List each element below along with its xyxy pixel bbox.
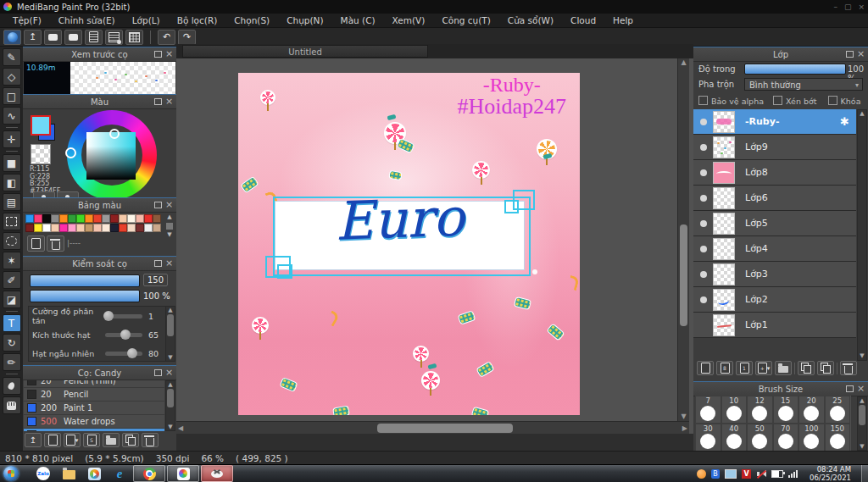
palette-swatch[interactable] [59, 214, 68, 223]
selection-rect[interactable] [273, 197, 531, 276]
sv-indicator[interactable] [109, 129, 120, 139]
menu-capture[interactable]: Chụp(N) [279, 14, 331, 26]
close-icon[interactable]: × [164, 258, 174, 268]
close-button[interactable]: × [858, 3, 865, 11]
param-slider[interactable] [105, 352, 142, 356]
palette-swatch[interactable] [110, 214, 119, 223]
minimize-button[interactable]: – [833, 3, 837, 11]
layers-scrollbar[interactable]: ▲ ▼ [857, 109, 867, 361]
menu-layer[interactable]: Lớp(L) [125, 14, 168, 26]
brush-size-scrollbar[interactable]: ▲ ▼ [857, 396, 867, 451]
selection-handle[interactable] [504, 200, 519, 213]
visibility-dot[interactable] [700, 119, 707, 125]
cloud-brush-button[interactable]: ↥ [25, 433, 42, 447]
scroll-left-icon[interactable]: ◀ [178, 424, 183, 432]
popout-icon[interactable] [153, 368, 163, 377]
brush-size-option[interactable]: 12 [747, 396, 773, 424]
shape-brush-tool[interactable]: □ [3, 87, 21, 105]
bluetooth-tray-icon[interactable]: B [711, 469, 720, 479]
palette-scrollbar[interactable]: ▲ ▼ [164, 213, 175, 239]
select-eraser-tool[interactable]: ◪ [3, 291, 21, 308]
delete-brush-button[interactable] [142, 433, 159, 447]
brush-row[interactable]: 200Paint 1 [24, 402, 164, 415]
duplicate-layer-button[interactable] [798, 361, 815, 375]
brush-size-option[interactable]: 15 [773, 396, 799, 424]
start-button[interactable] [3, 466, 19, 481]
avast-tray-icon[interactable] [697, 469, 706, 479]
fill-rect-tool[interactable]: ■ [3, 154, 21, 172]
show-desktop-button[interactable] [861, 465, 868, 482]
layer-row-selected[interactable]: -Ruby- ✱ [693, 109, 856, 135]
scroll-thumb[interactable] [680, 224, 687, 326]
scroll-down-icon[interactable]: ▼ [858, 352, 866, 359]
palette-swatch[interactable] [144, 224, 153, 232]
scroll-up-icon[interactable]: ▲ [678, 58, 689, 66]
menu-edit[interactable]: Chỉnh sửa(E) [51, 14, 123, 26]
palette-swatch[interactable] [25, 214, 34, 223]
new-1bit-layer-button[interactable]: 1 [736, 361, 753, 375]
taskbar-explorer[interactable] [56, 465, 81, 482]
saturation-value-box[interactable] [86, 132, 136, 180]
palette-swatch[interactable] [85, 214, 93, 223]
curve-tool[interactable]: ∿ [3, 107, 21, 125]
scroll-up-icon[interactable]: ▲ [858, 110, 866, 117]
brush-tool[interactable]: ✎ [3, 48, 21, 66]
brush-size-option[interactable]: 40 [721, 424, 748, 451]
taskbar-chrome[interactable] [133, 465, 165, 482]
canvas-horizontal-scrollbar[interactable]: ◀ ▶ [176, 421, 689, 435]
eyedropper-tool[interactable] [3, 377, 21, 395]
palette-swatch[interactable] [136, 224, 144, 232]
palette-swatch[interactable] [144, 214, 153, 223]
scroll-up-icon[interactable]: ▲ [166, 381, 175, 388]
visibility-dot[interactable] [700, 246, 707, 252]
taskbar-clock[interactable]: 08:24 AM 06/25/2021 [810, 465, 851, 482]
visibility-dot[interactable] [700, 144, 707, 151]
close-icon[interactable]: × [164, 200, 174, 209]
taskbar-internet-explorer[interactable]: e [107, 465, 132, 482]
palette-swatch[interactable] [153, 224, 161, 232]
palette-swatch[interactable] [102, 214, 110, 223]
rotate-tool[interactable]: ↻ [3, 334, 21, 352]
publish-button[interactable]: ↥ [24, 30, 42, 45]
scroll-up-icon[interactable]: ▲ [164, 213, 175, 221]
layer-row[interactable]: Lớp3 [693, 262, 856, 287]
brush-size-option[interactable]: 50 [747, 424, 773, 451]
brush-size-option[interactable]: 7 [695, 396, 721, 424]
menu-color[interactable]: Màu (C) [333, 14, 383, 26]
bucket-tool[interactable]: ◧ [3, 174, 21, 191]
delete-layer-button[interactable] [840, 361, 857, 375]
brush-row[interactable]: 20Pencil [24, 388, 164, 402]
magic-wand-tool[interactable]: ✶ [3, 252, 21, 269]
palette-swatch[interactable] [153, 214, 161, 223]
hue-indicator[interactable] [65, 147, 76, 158]
brush-folder-button[interactable] [103, 433, 120, 447]
palette-swatch[interactable] [76, 214, 85, 223]
alpha-lock-checkbox[interactable]: Bảo vệ alpha [698, 97, 764, 106]
unikey-tray-icon[interactable]: V [742, 469, 751, 479]
text-tool[interactable]: T [3, 314, 21, 332]
popout-icon[interactable] [153, 97, 163, 106]
gear-icon[interactable]: ✱ [840, 115, 849, 128]
taskbar-zalo[interactable]: Zalo [31, 465, 56, 482]
popout-icon[interactable] [845, 384, 854, 393]
undo-button[interactable]: ↶ [158, 30, 175, 45]
maximize-button[interactable]: ▢ [844, 3, 852, 11]
menu-select[interactable]: Chọn(S) [226, 14, 277, 26]
close-icon[interactable]: × [164, 49, 174, 58]
palette-swatch[interactable] [93, 224, 102, 232]
popout-icon[interactable] [153, 258, 163, 268]
history-button[interactable] [105, 30, 123, 45]
palette-swatch[interactable] [25, 224, 34, 232]
comment-list-button[interactable] [64, 30, 82, 45]
scroll-up-icon[interactable]: ▲ [166, 307, 175, 313]
palette-swatch[interactable] [68, 214, 76, 223]
close-icon[interactable]: × [856, 384, 865, 393]
popout-icon[interactable] [153, 49, 163, 58]
canvas-vertical-scrollbar[interactable]: ▲ ▼ [677, 58, 689, 421]
redo-button[interactable]: ↷ [178, 30, 196, 45]
scroll-right-icon[interactable]: ▶ [682, 424, 687, 432]
brush-opacity-slider[interactable] [30, 290, 140, 302]
visibility-dot[interactable] [700, 220, 707, 227]
display-tray-icon[interactable] [725, 469, 737, 479]
palette-swatch[interactable] [93, 214, 102, 223]
